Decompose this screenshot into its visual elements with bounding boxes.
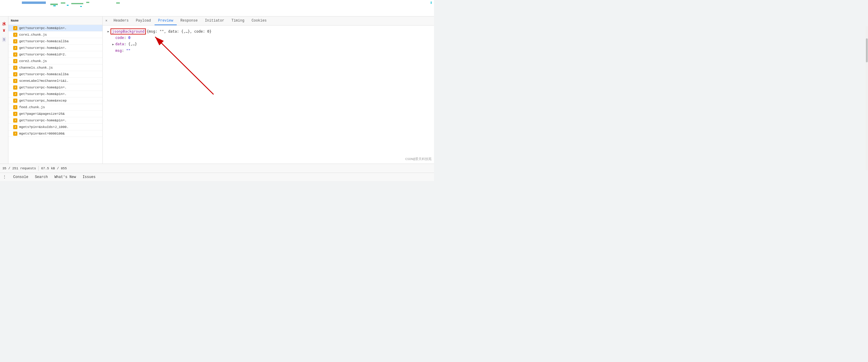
network-item-name: get?source=pc-home&id=2. [19,53,66,56]
tab-initiator[interactable]: Initiator [201,17,228,25]
network-item[interactable]: Jmgets?pin=&skuIds=J_1000. [8,124,102,130]
tab-close-button[interactable]: × [104,19,109,23]
json-root-key: jsonpBackground [111,28,146,34]
network-item-name: get?source=pc-home&pin=. [19,92,66,96]
left-icon-sidebar[interactable]: S [2,37,6,42]
network-item-icon: J [13,99,18,103]
network-item[interactable]: Jget?source=pc-home&pin=. [8,44,102,51]
toolbar-tab-whats-new[interactable]: What's New [52,174,79,180]
msg-spacer [112,49,115,53]
network-item-icon: J [13,118,18,123]
json-code-value: 0 [128,35,130,41]
network-item[interactable]: Jget?source=pc-home&pin=. [8,25,102,31]
network-item-name: mgets?pin=&skuIds=J_1000. [19,125,69,129]
request-count: 35 / 251 requests [2,167,36,170]
root-expand-arrow[interactable]: ▶ [107,29,111,34]
status-divider [38,166,39,171]
name-panel-header: Name [8,17,102,25]
svg-rect-0 [22,1,46,4]
json-msg-line: msg : "" [107,48,429,54]
network-item-icon: J [13,59,18,63]
data-expand-arrow[interactable]: ▶ [112,42,115,47]
tab-headers[interactable]: Headers [110,17,132,25]
network-item-icon: J [13,85,18,90]
network-item-icon: J [13,33,18,37]
toolbar-tabs: ConsoleSearchWhat's NewIssues [10,174,98,180]
network-item-icon: J [13,72,18,77]
json-msg-key: msg [115,48,122,54]
network-item[interactable]: Jget?source=pc-home&callba [8,38,102,44]
network-item-icon: J [13,125,18,129]
network-item-icon: J [13,46,18,50]
svg-rect-8 [80,6,82,7]
name-panel: Name Jget?source=pc-home&pin=.Jcore1.chu… [8,17,103,163]
svg-rect-1 [50,4,58,5]
network-item[interactable]: Jget?source=pc-home&pin=. [8,84,102,91]
network-item[interactable]: Jget?page=1&pagesize=25& [8,111,102,117]
network-item-icon: J [13,92,18,96]
network-item[interactable]: Jmgets?pin=&ext=0000100& [8,130,102,137]
json-data-key: data [115,41,124,47]
network-item[interactable]: Jget?source=pc-home&pin=. [8,91,102,97]
network-item[interactable]: JsceneLabel?mcChannel=1&i. [8,78,102,84]
network-item[interactable]: Jget?source=pc-home&callba [8,71,102,78]
svg-rect-3 [71,3,83,4]
tabs-bar: × HeadersPayloadPreviewResponseInitiator… [103,17,434,26]
network-item-name: get?source=pc_home&excep [19,99,66,102]
left-icon-water: 水 [2,21,6,27]
json-msg-value: "" [126,48,130,54]
network-item-icon: J [13,112,18,116]
bottom-toolbar: ⋮ ConsoleSearchWhat's NewIssues [0,173,434,181]
toolbar-more-button[interactable]: ⋮ [2,174,7,180]
network-item-name: get?source=pc-home&pin=. [19,26,66,30]
network-item[interactable]: Jget?source=pc_home&excep [8,97,102,104]
network-item-name: get?source=pc-home&pin=. [19,46,66,50]
network-item[interactable]: Jchannels.chunk.js [8,64,102,71]
toolbar-tab-console[interactable]: Console [10,174,31,180]
network-items-list: Jget?source=pc-home&pin=.Jcore1.chunk.js… [8,25,102,137]
tab-preview[interactable]: Preview [155,17,177,25]
svg-rect-6 [53,5,56,6]
network-item-name: get?page=1&pagesize=25& [19,112,65,116]
network-item[interactable]: Jcore1.chunk.js [8,31,102,38]
tab-timing[interactable]: Timing [228,17,248,25]
network-item[interactable]: Jget?source=pc-home&pin=. [8,117,102,124]
json-code-line: code : 0 [107,35,429,41]
json-code-key: code [115,35,124,41]
network-item-name: sceneLabel?mcChannel=1&i. [19,79,69,83]
name-column-header: Name [11,19,19,23]
network-item-icon: J [13,53,18,57]
right-panel: × HeadersPayloadPreviewResponseInitiator… [103,17,434,163]
json-data-line: ▶ data : {,…} [107,41,429,47]
network-item-name: get?source=pc-home&pin=. [19,119,66,122]
watermark: CSDN@景天科技苑 [405,157,432,161]
root-value-text: {msg: "", data: {,…}, code: 0} [147,29,212,34]
toolbar-tab-issues[interactable]: Issues [80,174,98,180]
network-item-name: channels.chunk.js [19,66,53,69]
tab-response[interactable]: Response [177,17,201,25]
network-item-name: get?source=pc-home&callba [19,72,69,76]
code-spacer [112,36,115,40]
json-root-value: {msg: "", data: {,…}, code: 0} [147,29,212,34]
svg-rect-7 [67,5,69,6]
status-bar: 35 / 251 requests 67.5 kB / 855 [0,163,434,173]
svg-rect-4 [86,2,89,3]
tabs-container: HeadersPayloadPreviewResponseInitiatorTi… [110,17,270,25]
preview-content: ▶ jsonpBackground {msg: "", data: {,…}, … [103,26,434,57]
json-root-line: ▶ jsonpBackground {msg: "", data: {,…}, … [107,28,429,35]
json-data-value: {,…} [128,41,137,47]
network-item[interactable]: Jcore2.chunk.js [8,58,102,64]
toolbar-tab-search[interactable]: Search [32,174,51,180]
network-item-icon: J [13,66,18,70]
left-icon-yen: ¥ [3,28,5,33]
network-item-name: mgets?pin=&ext=0000100& [19,132,65,135]
network-item-name: get?source=pc-home&pin=. [19,86,66,89]
network-item-name: core1.chunk.js [19,33,47,36]
tab-payload[interactable]: Payload [132,17,154,25]
network-item[interactable]: Jget?source=pc-home&id=2. [8,51,102,58]
preview-wrapper: ▶ jsonpBackground {msg: "", data: {,…}, … [103,26,434,163]
transfer-size: 67.5 kB / 855 [41,167,67,170]
tab-cookies[interactable]: Cookies [248,17,270,25]
svg-rect-2 [61,2,65,4]
network-item[interactable]: Jfeed.chunk.js [8,104,102,111]
